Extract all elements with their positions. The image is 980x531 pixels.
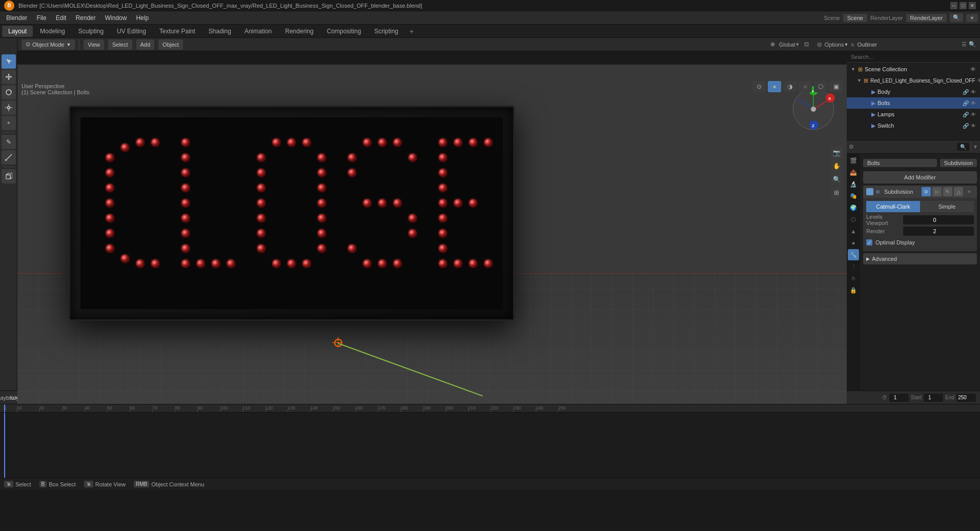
mode-selector[interactable]: ⊙ Object Mode ▼ xyxy=(22,39,75,50)
minimize-button[interactable]: ─ xyxy=(950,2,957,9)
bolts-link-icon[interactable]: 🔗 xyxy=(963,100,969,106)
object-menu-button[interactable]: Object xyxy=(158,39,183,50)
render-level-input[interactable]: 2 xyxy=(903,227,974,236)
props-tab-constraints[interactable]: 🔒 xyxy=(848,284,859,296)
scene-selector[interactable]: Scene xyxy=(843,14,867,22)
viewport-show-gizmo[interactable]: ⊕ xyxy=(766,39,779,50)
tab-texture-paint[interactable]: Texture Paint xyxy=(153,26,201,37)
tab-compositing[interactable]: Compositing xyxy=(321,26,368,37)
add-cube-button[interactable] xyxy=(2,169,16,183)
tab-uv-editing[interactable]: UV Editing xyxy=(111,26,152,37)
properties-search[interactable]: 🔍 xyxy=(957,143,969,151)
viewport-zoom-btn[interactable]: 🔍 xyxy=(830,173,843,186)
bolts-visibility-icon[interactable]: 👁 xyxy=(971,100,976,106)
props-tab-render[interactable]: 🎬 xyxy=(848,155,859,166)
props-tab-view-layer[interactable]: 🔬 xyxy=(848,178,859,190)
modifier-subdivision-name[interactable]: Subdivision xyxy=(940,159,977,167)
props-tab-scene[interactable]: 🎭 xyxy=(848,190,859,201)
visibility-icon-led[interactable]: 👁 xyxy=(977,77,981,84)
tab-rendering[interactable]: Rendering xyxy=(279,26,319,37)
viewport-shading-wireframe[interactable]: ⬡ xyxy=(814,81,827,92)
global-search[interactable]: 🔍 xyxy=(950,13,963,22)
outliner-item-body[interactable]: ▶ Body 🔗 👁 xyxy=(847,86,980,97)
menu-edit[interactable]: Edit xyxy=(52,13,71,23)
modifier-toggle[interactable] xyxy=(866,188,873,195)
viewport-shading-rendered[interactable]: ○ xyxy=(799,81,812,92)
show-overlays-btn[interactable]: ⊙ xyxy=(752,81,766,92)
viewport-isometric-btn[interactable]: ⊞ xyxy=(830,187,843,199)
timeline-body[interactable] xyxy=(0,413,980,478)
props-tab-particles[interactable]: ⋮ xyxy=(848,261,859,272)
add-menu-button[interactable]: Add xyxy=(136,39,155,50)
end-frame-input[interactable]: 250 xyxy=(956,394,976,402)
move-tool-button[interactable] xyxy=(2,70,16,84)
render-layer-selector[interactable]: RenderLayer xyxy=(906,14,947,22)
start-frame-input[interactable]: 1 xyxy=(924,394,943,402)
outliner-item-led-collection[interactable]: ▼ ⊞ Red_LED_Light_Business_Sign_Closed_O… xyxy=(847,75,980,86)
tab-layout[interactable]: Layout xyxy=(2,26,33,37)
switch-visibility-icon[interactable]: 👁 xyxy=(971,123,976,129)
lamps-visibility-icon[interactable]: 👁 xyxy=(971,112,976,117)
props-tab-mesh[interactable]: ▲ xyxy=(848,226,859,237)
timeline-ruler[interactable]: 1 10 20 30 40 50 60 70 80 90 100 110 120… xyxy=(0,404,980,413)
menu-help[interactable]: Help xyxy=(132,13,153,23)
viewport-shading-solid[interactable]: ● xyxy=(768,81,781,92)
optimal-display-checkbox[interactable]: ✓ xyxy=(866,239,872,246)
annotate-tool-button[interactable]: ✎ xyxy=(2,135,16,149)
tab-shading[interactable]: Shading xyxy=(202,26,237,37)
rotate-tool-button[interactable] xyxy=(2,85,16,99)
outliner-item-switch[interactable]: ▶ Switch 🔗 👁 xyxy=(847,120,980,131)
props-tab-object[interactable]: ⬡ xyxy=(848,214,859,225)
modifier-realtime-icon[interactable]: ⊙ xyxy=(922,187,931,196)
viewport-xray-btn[interactable]: ▣ xyxy=(829,81,843,92)
select-tool-button[interactable] xyxy=(2,54,16,69)
props-tab-output[interactable]: 📤 xyxy=(848,167,859,178)
menu-window[interactable]: Window xyxy=(101,13,131,23)
maximize-button[interactable]: □ xyxy=(959,2,967,9)
outliner-search-icon[interactable]: 🔍 xyxy=(969,41,976,48)
proportional-edit-btn[interactable]: ◎ xyxy=(813,39,826,50)
modifier-object-name[interactable]: Bolts xyxy=(863,159,937,167)
menu-file[interactable]: File xyxy=(32,13,50,23)
viewport-hand-btn[interactable]: ✋ xyxy=(830,160,843,172)
viewport-canvas[interactable]: User Perspective (1) Scene Collection | … xyxy=(17,65,847,404)
select-menu-button[interactable]: Select xyxy=(108,39,132,50)
modifier-close-icon[interactable]: ✕ xyxy=(965,187,974,196)
tab-modeling[interactable]: Modeling xyxy=(34,26,71,37)
close-button[interactable]: ✕ xyxy=(969,2,976,9)
catmull-clark-button[interactable]: Catmull-Clark xyxy=(866,201,920,212)
tab-scripting[interactable]: Scripting xyxy=(368,26,404,37)
props-tab-modifier[interactable]: 🔧 xyxy=(848,249,859,260)
filter-btn[interactable]: ▼ xyxy=(966,14,978,22)
options-btn[interactable]: Options ▼ xyxy=(830,39,843,50)
viewport-camera-btn[interactable]: 📷 xyxy=(830,147,843,159)
modifier-edit-icon[interactable]: ✎ xyxy=(943,187,952,196)
menu-render[interactable]: Render xyxy=(71,13,99,23)
scale-tool-button[interactable] xyxy=(2,100,16,115)
add-workspace-button[interactable]: + xyxy=(405,26,418,37)
outliner-filter-icon[interactable]: ☰ xyxy=(962,41,967,48)
body-link-icon[interactable]: 🔗 xyxy=(963,89,969,95)
props-tab-material[interactable]: ● xyxy=(848,237,859,249)
props-tab-world[interactable]: 🌍 xyxy=(848,202,859,213)
current-frame-input[interactable]: 1 xyxy=(889,394,909,402)
add-modifier-button[interactable]: Add Modifier xyxy=(863,171,977,183)
transform-tool-button[interactable]: ⌖ xyxy=(2,116,16,130)
simple-button[interactable]: Simple xyxy=(920,201,974,212)
modifier-render-icon[interactable]: ▷ xyxy=(932,187,942,196)
outliner-item-scene-collection[interactable]: ▼ ⊞ Scene Collection 👁 xyxy=(847,64,980,75)
lamps-link-icon[interactable]: 🔗 xyxy=(963,112,969,117)
visibility-icon-scene[interactable]: 👁 xyxy=(970,66,976,72)
snap-btn[interactable]: ⊡ xyxy=(800,39,812,50)
outliner-item-bolts[interactable]: ▶ Bolts 🔗 👁 xyxy=(847,97,980,109)
props-tab-physics[interactable]: ⚛ xyxy=(848,273,859,284)
switch-link-icon[interactable]: 🔗 xyxy=(963,123,969,129)
menu-blender[interactable]: Blender xyxy=(2,13,31,23)
body-visibility-icon[interactable]: 👁 xyxy=(971,89,976,95)
outliner-item-lamps[interactable]: ▶ Lamps 🔗 👁 xyxy=(847,109,980,120)
modifier-cage-icon[interactable]: △ xyxy=(954,187,963,196)
view-menu-button[interactable]: View xyxy=(84,39,104,50)
global-local-btn[interactable]: Global ▼ xyxy=(783,39,795,50)
navigation-gizmo[interactable]: X Y Z xyxy=(790,86,836,132)
viewport-shading-material[interactable]: ◑ xyxy=(783,81,797,92)
